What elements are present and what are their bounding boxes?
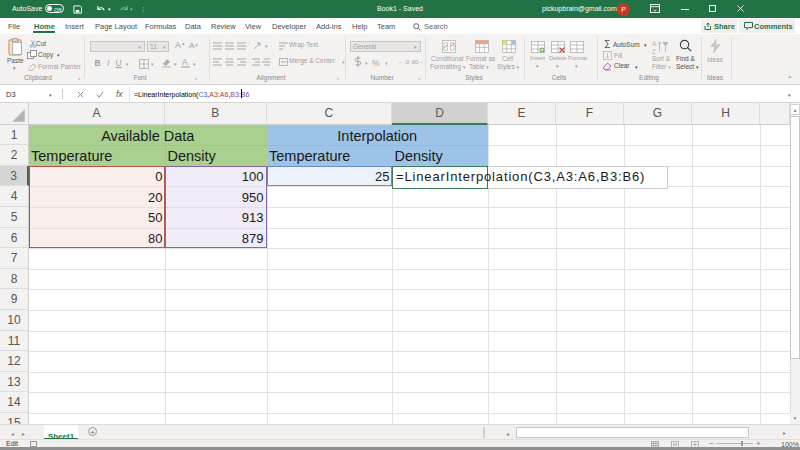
svg-text:A: A <box>652 40 657 47</box>
svg-text:Z: Z <box>652 47 656 54</box>
